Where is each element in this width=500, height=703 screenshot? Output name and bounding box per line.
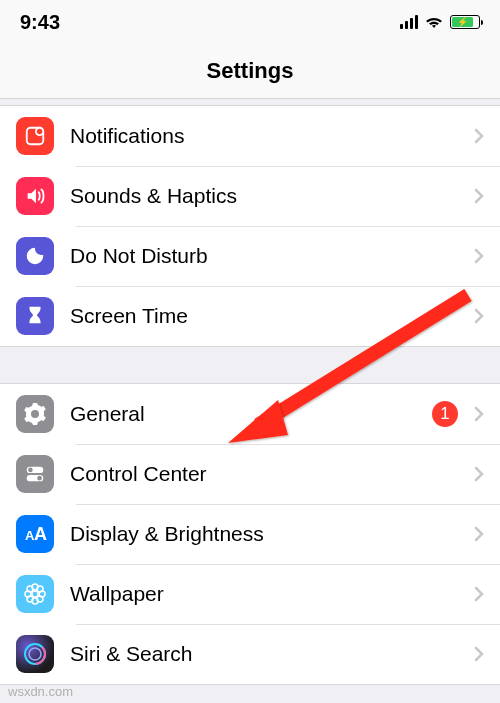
moon-icon xyxy=(16,237,54,275)
chevron-right-icon xyxy=(474,586,484,602)
row-label: Do Not Disturb xyxy=(70,244,458,268)
svg-point-8 xyxy=(32,591,38,597)
row-general[interactable]: General 1 xyxy=(0,384,500,444)
flower-icon xyxy=(16,575,54,613)
sounds-icon xyxy=(16,177,54,215)
settings-section-1: Notifications Sounds & Haptics Do Not Di… xyxy=(0,105,500,347)
row-screen-time[interactable]: Screen Time xyxy=(0,286,500,346)
chevron-right-icon xyxy=(474,128,484,144)
chevron-right-icon xyxy=(474,466,484,482)
row-label: Sounds & Haptics xyxy=(70,184,458,208)
settings-section-2: General 1 Control Center AA Display & Br… xyxy=(0,383,500,685)
svg-point-3 xyxy=(28,468,33,473)
notification-badge: 1 xyxy=(432,401,458,427)
chevron-right-icon xyxy=(474,248,484,264)
section-gap xyxy=(0,347,500,383)
siri-icon xyxy=(16,635,54,673)
wifi-icon xyxy=(424,15,444,29)
cellular-signal-icon xyxy=(400,15,418,29)
watermark: wsxdn.com xyxy=(8,684,73,699)
gear-icon xyxy=(16,395,54,433)
row-sounds-haptics[interactable]: Sounds & Haptics xyxy=(0,166,500,226)
svg-point-19 xyxy=(29,648,41,660)
battery-icon: ⚡ xyxy=(450,15,480,29)
row-do-not-disturb[interactable]: Do Not Disturb xyxy=(0,226,500,286)
row-label: Control Center xyxy=(70,462,458,486)
svg-point-5 xyxy=(37,476,42,481)
chevron-right-icon xyxy=(474,526,484,542)
status-bar: 9:43 ⚡ xyxy=(0,0,500,44)
page-title: Settings xyxy=(0,44,500,99)
row-label: Notifications xyxy=(70,124,458,148)
chevron-right-icon xyxy=(474,646,484,662)
row-wallpaper[interactable]: Wallpaper xyxy=(0,564,500,624)
svg-point-1 xyxy=(36,128,43,135)
text-size-icon: AA xyxy=(16,515,54,553)
row-control-center[interactable]: Control Center xyxy=(0,444,500,504)
svg-text:A: A xyxy=(34,524,47,544)
row-label: Siri & Search xyxy=(70,642,458,666)
row-display-brightness[interactable]: AA Display & Brightness xyxy=(0,504,500,564)
chevron-right-icon xyxy=(474,308,484,324)
row-label: Wallpaper xyxy=(70,582,458,606)
chevron-right-icon xyxy=(474,188,484,204)
chevron-right-icon xyxy=(474,406,484,422)
status-time: 9:43 xyxy=(20,11,60,34)
row-notifications[interactable]: Notifications xyxy=(0,106,500,166)
toggles-icon xyxy=(16,455,54,493)
row-label: Display & Brightness xyxy=(70,522,458,546)
row-label: General xyxy=(70,402,416,426)
row-label: Screen Time xyxy=(70,304,458,328)
notifications-icon xyxy=(16,117,54,155)
status-right: ⚡ xyxy=(400,15,480,29)
hourglass-icon xyxy=(16,297,54,335)
row-siri-search[interactable]: Siri & Search xyxy=(0,624,500,684)
